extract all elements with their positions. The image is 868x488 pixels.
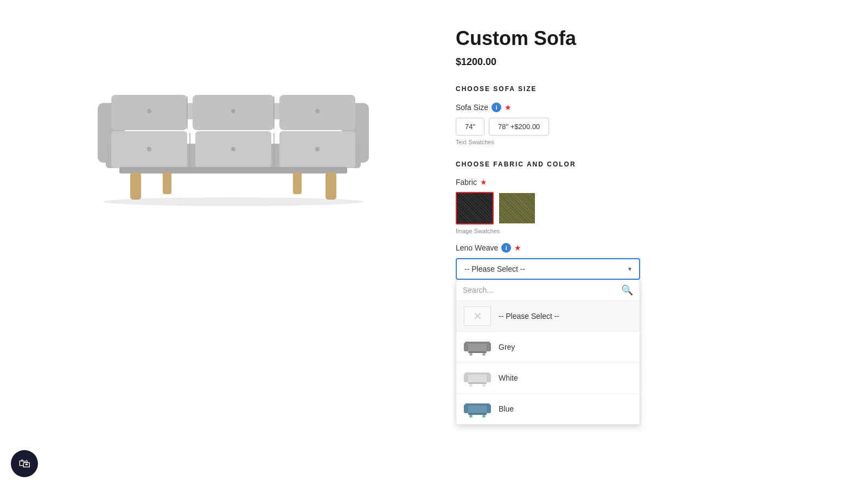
fabric-color-header: CHOOSE FABRIC AND COLOR [456,160,825,168]
svg-rect-31 [469,353,473,356]
svg-rect-37 [468,382,487,384]
shopify-bag-icon: 🛍 [18,457,30,471]
svg-rect-26 [465,342,490,344]
blue-item-label: Blue [499,404,514,413]
sofa-size-label: Sofa Size i ★ [456,102,825,112]
grey-item-label: Grey [499,343,515,351]
svg-rect-24 [293,172,302,194]
svg-point-15 [231,109,235,113]
svg-rect-40 [465,403,490,406]
fabric-swatches [456,192,825,224]
svg-rect-43 [487,404,491,413]
placeholder-thumb: ✕ [464,306,491,326]
svg-rect-46 [482,415,486,418]
dropdown-item-grey[interactable]: Grey [456,332,640,363]
svg-point-19 [315,147,320,151]
leno-weave-required: ★ [514,243,521,252]
product-image-section [43,22,423,239]
dropdown-search-input[interactable] [463,286,618,294]
fabric-label: Fabric ★ [456,178,825,187]
svg-rect-44 [468,413,487,415]
svg-rect-35 [464,374,468,382]
leno-weave-dropdown: -- Please Select -- ▾ 🔍 ✕ -- P [456,258,640,280]
svg-point-16 [315,109,320,113]
dropdown-panel: 🔍 ✕ -- Please Select -- [456,280,640,425]
chevron-down-icon: ▾ [628,265,631,273]
sofa-size-section: CHOOSE SOFA SIZE Sofa Size i ★ 74" 78" +… [456,85,825,145]
white-sofa-thumb [464,368,491,388]
sofa-size-swatch-type: Text Swatches [456,139,825,145]
leno-weave-info-icon[interactable]: i [501,243,511,253]
fabric-swatch-dark-inner [457,193,493,223]
svg-rect-20 [119,167,347,174]
svg-point-17 [147,147,151,151]
svg-rect-34 [465,375,490,382]
product-title: Custom Sofa [456,27,825,50]
svg-rect-21 [130,172,141,200]
size-swatch-78[interactable]: 78" +$200.00 [489,118,549,136]
svg-point-25 [103,197,363,206]
sofa-size-info-icon[interactable]: i [492,102,501,112]
dropdown-item-white[interactable]: White [456,363,640,394]
sofa-size-required: ★ [505,103,512,112]
white-item-label: White [499,374,518,382]
svg-rect-36 [487,374,491,382]
dropdown-items-list: ✕ -- Please Select -- [456,301,640,425]
svg-rect-33 [465,373,490,375]
product-price: $1200.00 [456,56,825,68]
page-container: Custom Sofa $1200.00 CHOOSE SOFA SIZE So… [0,0,868,488]
sofa-size-header: CHOOSE SOFA SIZE [456,85,825,93]
svg-point-18 [231,147,235,151]
svg-rect-41 [465,406,490,413]
svg-rect-45 [469,415,473,418]
svg-rect-29 [487,343,491,351]
svg-rect-30 [468,351,487,353]
search-icon[interactable]: 🔍 [621,284,633,296]
fabric-swatch-type: Image Swatches [456,228,825,234]
dropdown-item-blue[interactable]: Blue [456,394,640,425]
placeholder-item-label: -- Please Select -- [499,312,559,320]
dropdown-trigger[interactable]: -- Please Select -- ▾ [456,258,640,280]
svg-rect-23 [163,172,171,194]
svg-rect-39 [482,384,486,387]
fabric-swatch-dark[interactable] [456,192,494,224]
svg-rect-22 [326,172,336,200]
fabric-swatch-olive[interactable] [498,192,536,224]
svg-rect-28 [464,343,468,351]
fabric-swatch-olive-inner [499,193,535,223]
svg-rect-27 [465,344,490,351]
fabric-color-section: CHOOSE FABRIC AND COLOR Fabric ★ Image S… [456,160,825,280]
dropdown-selected-label: -- Please Select -- [464,265,525,273]
dropdown-search-container: 🔍 [456,280,640,301]
size-swatch-74[interactable]: 74" [456,118,484,136]
sofa-image [76,49,391,211]
shopify-badge[interactable]: 🛍 [11,450,38,477]
svg-point-14 [147,109,151,113]
svg-rect-38 [469,384,473,387]
leno-weave-label: Leno Weave i ★ [456,243,825,253]
product-details-section: Custom Sofa $1200.00 CHOOSE SOFA SIZE So… [456,22,825,303]
svg-rect-32 [482,353,486,356]
size-swatches: 74" 78" +$200.00 [456,118,825,136]
fabric-required: ★ [480,178,487,187]
blue-sofa-thumb [464,399,491,419]
svg-rect-42 [464,404,468,413]
grey-sofa-thumb [464,337,491,357]
dropdown-item-placeholder[interactable]: ✕ -- Please Select -- [456,301,640,332]
